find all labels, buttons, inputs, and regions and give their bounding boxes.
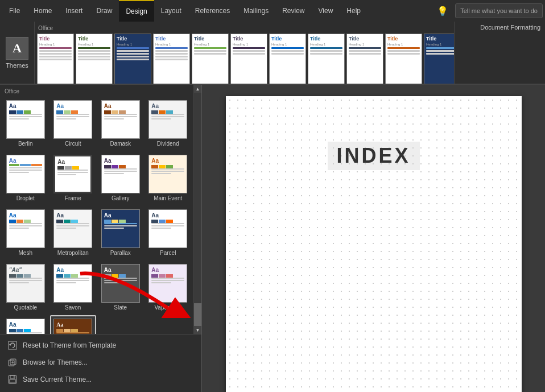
theme-item-frame[interactable]: Aa Frame [50,151,97,205]
save-icon [7,374,18,385]
theme-preview-main-event: Aa [148,155,187,193]
tab-layout[interactable]: Layout [154,0,188,22]
theme-item-dividend[interactable]: Aa Dividend [145,97,192,150]
theme-preview-parcel: Aa [148,209,187,248]
theme-preview-damask: Aa [101,100,140,139]
theme-item-vapor-trail[interactable]: Aa Vapor Trail [145,261,192,314]
themes-actions: Reset to Theme from Template Browse for … [0,334,201,392]
themes-ribbon: A Themes Office Title Heading 1 [0,22,545,84]
theme-preview-view: Aa [6,319,45,334]
ribbon-theme-basis[interactable]: Title Heading 1 [153,34,190,84]
theme-name-circuit: Circuit [65,141,81,147]
ribbon-theme-t9[interactable]: Title Heading 1 [346,34,383,84]
theme-preview-dividend: Aa [148,100,187,139]
theme-item-slate[interactable]: Aa Slate [97,261,144,314]
theme-preview-droplet: Aa [6,155,45,193]
theme-name-metropolitan: Metropolitan [57,250,89,256]
theme-name-dividend: Dividend [157,141,179,147]
svg-rect-0 [9,341,16,349]
reset-icon [7,340,18,351]
theme-preview-gallery: Aa [101,155,140,193]
theme-name-slate: Slate [114,304,127,311]
tab-home[interactable]: Home [27,0,59,22]
theme-name-berlin: Berlin [18,141,33,147]
theme-preview-wood-type: Aa [53,319,92,334]
ribbon-theme-banded[interactable]: Title Heading 1 [114,34,151,84]
theme-name-damask: Damask [110,141,131,147]
tab-references[interactable]: References [188,0,237,22]
svg-rect-9 [14,376,14,378]
ribbon-theme-slice[interactable]: Title Heading 1 [37,34,74,84]
theme-name-main-event: Main Event [154,195,182,201]
theme-item-main-event[interactable]: Aa Main Event [145,151,192,205]
ribbon-theme-t5[interactable]: Title Heading 1 [192,34,229,84]
scroll-thumb[interactable] [194,303,202,326]
themes-panel: Office Aa Berlin [0,85,202,392]
theme-name-frame: Frame [65,195,81,201]
theme-item-circuit[interactable]: Aa Circuit [50,97,97,150]
ribbon-theme-t7[interactable]: Title Heading 1 [269,34,306,84]
reset-theme-label: Reset to Theme from Template [23,341,116,349]
themes-ribbon-label: Themes [6,62,28,69]
tab-insert[interactable]: Insert [59,0,89,22]
themes-icon: A [6,37,28,60]
ribbon-theme-t11[interactable]: Title Heading 1 [424,34,454,84]
scroll-track[interactable] [194,93,202,326]
theme-item-berlin[interactable]: Aa Berlin [2,97,49,150]
save-theme-label: Save Current Theme... [23,376,92,383]
help-search-text: Tell me what you want to do [460,7,538,14]
themes-label-section: A Themes [0,22,35,84]
theme-item-quotable[interactable]: "Aa" Quotable [2,261,49,314]
ribbon: File Home Insert Draw Design Layout Refe… [0,0,545,85]
main-area: Office Aa Berlin [0,85,545,392]
tab-bar: File Home Insert Draw Design Layout Refe… [0,0,545,22]
theme-name-vapor-trail: Vapor Trail [154,304,181,311]
ribbon-theme-t8[interactable]: Title Heading 1 [308,34,345,84]
theme-item-metropolitan[interactable]: Aa Metropolitan [50,206,97,259]
theme-item-savon[interactable]: Aa Savon [50,261,97,314]
scroll-up-arrow[interactable]: ▲ [194,85,202,93]
theme-item-damask[interactable]: Aa Damask [97,97,144,150]
tab-review[interactable]: Review [275,0,311,22]
section-office-label: Office [2,87,191,96]
theme-item-parcel[interactable]: Aa Parcel [145,206,192,259]
document-area: INDEX [202,85,545,392]
theme-item-parallax[interactable]: Aa Parallax [97,206,144,259]
tab-view[interactable]: View [312,0,340,22]
save-theme-button[interactable]: Save Current Theme... [5,371,197,388]
tab-file[interactable]: File [2,0,27,22]
theme-preview-slate: Aa [101,264,140,303]
ribbon-theme-t10[interactable]: Title Heading 1 [385,34,422,84]
tab-help[interactable]: Help [340,0,368,22]
browse-icon [7,357,18,368]
theme-name-quotable: Quotable [14,304,37,311]
theme-preview-metropolitan: Aa [53,209,92,248]
help-search[interactable]: Tell me what you want to do [455,3,543,18]
browse-themes-label: Browse for Themes... [23,358,88,366]
theme-item-wood-type[interactable]: Aa Wood Type [50,315,97,334]
document-formatting-label: Document Formatting [454,22,545,84]
theme-name-parallax: Parallax [110,250,131,256]
theme-preview-circuit: Aa [53,100,92,139]
ribbon-theme-t6[interactable]: Title Heading 1 [230,34,267,84]
theme-preview-berlin: Aa [6,100,45,139]
theme-item-droplet[interactable]: Aa Droplet [2,151,49,205]
tab-mailings[interactable]: Mailings [237,0,275,22]
theme-name-droplet: Droplet [16,195,35,201]
theme-item-mesh[interactable]: Aa Mesh [2,206,49,259]
browse-themes-button[interactable]: Browse for Themes... [5,354,197,371]
tab-design[interactable]: Design [119,0,154,22]
ribbon-theme-wisp[interactable]: Title Heading 1 [76,34,113,84]
theme-preview-frame: Aa [53,155,92,193]
theme-item-view[interactable]: Aa View [2,315,49,334]
theme-preview-quotable: "Aa" [6,264,45,303]
tab-draw[interactable]: Draw [89,0,119,22]
themes-grid: Office Aa Berlin [0,85,193,334]
theme-preview-mesh: Aa [6,209,45,248]
theme-item-gallery[interactable]: Aa Gallery [97,151,144,205]
scroll-down-arrow[interactable]: ▼ [194,326,202,334]
lightbulb-icon: 💡 [435,6,451,16]
reset-theme-button[interactable]: Reset to Theme from Template [5,337,197,354]
themes-scrollbar[interactable]: ▲ ▼ [193,85,201,334]
themes-row: Office Title Heading 1 Title [35,22,454,84]
